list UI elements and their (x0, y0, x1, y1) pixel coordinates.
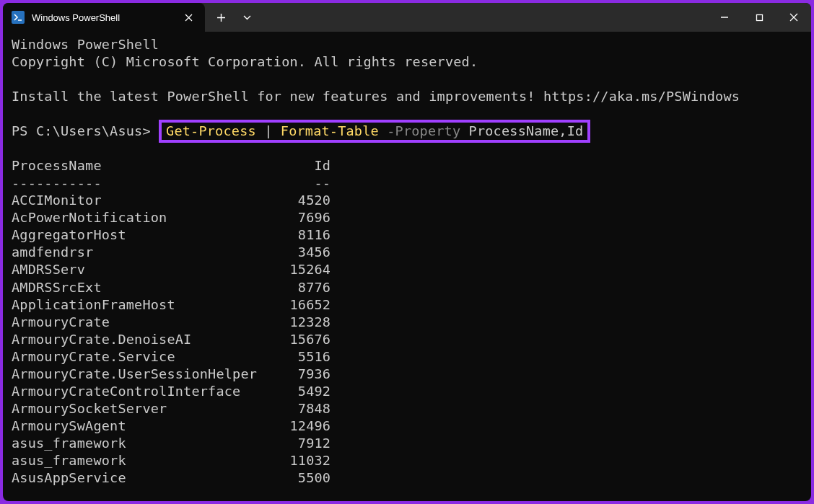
pipe: | (256, 123, 281, 138)
table-row: asus_framework 11032 (12, 452, 802, 469)
titlebar: Windows PowerShell (3, 3, 811, 32)
table-row: ArmouryCrate.DenoiseAI 15676 (12, 331, 802, 348)
header-line-1: Windows PowerShell (12, 36, 802, 53)
minimize-button[interactable] (707, 5, 742, 30)
table-row: AsusAppService 5500 (12, 469, 802, 487)
new-tab-button[interactable] (208, 5, 234, 30)
table-row: ArmourySwAgent 12496 (12, 417, 802, 435)
table-row: amdfendrsr 3456 (12, 244, 802, 261)
tab-dropdown-button[interactable] (234, 5, 260, 30)
table-output: ProcessName Id----------- --ACCIMonitor … (12, 157, 802, 487)
terminal-window: Windows PowerShell Windows (3, 3, 811, 501)
table-header: ProcessName Id (12, 157, 802, 174)
table-row: ACCIMonitor 4520 (12, 192, 802, 209)
table-row: ArmourySocketServer 7848 (12, 400, 802, 417)
command-highlight: Get-Process | Format-Table -Property Pro… (159, 120, 590, 143)
table-row: AggregatorHost 8116 (12, 226, 802, 244)
table-row: asus_framework 7912 (12, 435, 802, 452)
table-row: AMDRSServ 15264 (12, 261, 802, 278)
table-row: AMDRSSrcExt 8776 (12, 279, 802, 296)
powershell-icon (12, 11, 25, 24)
prompt-line: PS C:\Users\Asus> Get-Process | Format-T… (12, 123, 802, 140)
window-controls (707, 5, 811, 30)
maximize-button[interactable] (742, 5, 776, 30)
table-row: AcPowerNotification 7696 (12, 209, 802, 226)
cmdlet-2: Format-Table (281, 123, 379, 138)
table-row: ArmouryCrate 12328 (12, 314, 802, 331)
tab-title: Windows PowerShell (32, 12, 175, 23)
table-row: ArmouryCrate.Service 5516 (12, 348, 802, 366)
window-close-button[interactable] (776, 5, 811, 30)
svg-rect-6 (756, 14, 762, 20)
table-separator: ----------- -- (12, 174, 802, 192)
args: ProcessName,Id (469, 123, 584, 138)
table-row: ApplicationFrameHost 16652 (12, 296, 802, 314)
table-row: ArmouryCrate.UserSessionHelper 7936 (12, 366, 802, 383)
param: -Property (379, 123, 469, 138)
close-icon[interactable] (182, 11, 195, 24)
cmdlet-1: Get-Process (166, 123, 256, 138)
prompt-prefix: PS C:\Users\Asus> (12, 123, 159, 140)
install-msg: Install the latest PowerShell for new fe… (12, 88, 802, 105)
table-row: ArmouryCrateControlInterface 5492 (12, 383, 802, 400)
header-line-2: Copyright (C) Microsoft Corporation. All… (12, 53, 802, 71)
titlebar-actions (208, 5, 260, 30)
terminal-body[interactable]: Windows PowerShell Copyright (C) Microso… (3, 32, 811, 491)
blank-line (12, 71, 802, 88)
tab-powershell[interactable]: Windows PowerShell (3, 3, 205, 32)
